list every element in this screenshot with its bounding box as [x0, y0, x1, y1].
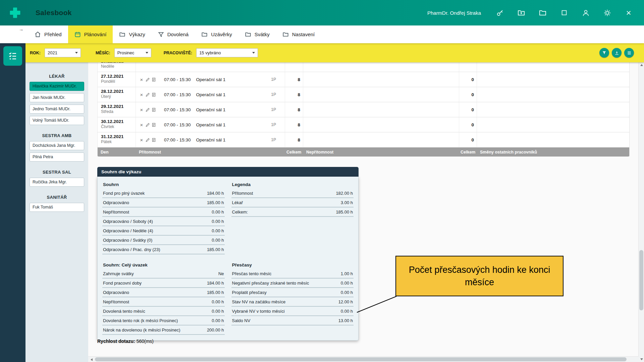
folder-icon[interactable]: [538, 8, 547, 17]
chevron-down-icon: [252, 52, 255, 54]
sidebar-item-person[interactable]: Jan Novák MUDr.: [30, 93, 84, 102]
scroll-left-arrow[interactable]: [89, 357, 94, 362]
horizontal-scroll-thumb[interactable]: [95, 357, 627, 361]
delete-icon[interactable]: ×: [139, 107, 145, 113]
scroll-down-arrow[interactable]: [639, 357, 644, 362]
column-header: Den: [98, 150, 136, 155]
sidebar-item-person[interactable]: Jedno Tomáš MUDr.: [30, 105, 84, 114]
summary-row: Odpracováno185.00 h: [102, 198, 225, 207]
year-label: ROK:: [30, 51, 41, 55]
shift-time: 07:00 - 15:30: [164, 122, 191, 127]
filter-button[interactable]: [599, 48, 609, 58]
year-select[interactable]: 2021: [45, 48, 81, 57]
edit-icon[interactable]: [145, 123, 151, 127]
edit-icon[interactable]: [145, 138, 151, 142]
shift-time: 07:00 - 15:30: [164, 77, 191, 82]
summary-row: Fond pro plný úvazek184.00 h: [102, 189, 225, 198]
shift-list-toggle[interactable]: [3, 46, 22, 66]
download-button[interactable]: [612, 48, 622, 58]
edit-icon[interactable]: [145, 93, 151, 97]
folder-export-icon[interactable]: [517, 8, 526, 17]
edit-icon[interactable]: [145, 77, 151, 82]
summary-row: Přesčas tento měsíc1.00 h: [231, 269, 354, 279]
summary-row: Proplatit přesčasy0.00 h: [231, 288, 354, 297]
row-date: 26.12.2021: [101, 62, 136, 64]
summary-row: Dovolená tento rok (k měsíci Prosinec)0.…: [102, 316, 225, 325]
delete-icon[interactable]: ×: [139, 77, 145, 82]
delete-icon[interactable]: ×: [139, 92, 145, 98]
scroll-up-arrow[interactable]: [639, 62, 644, 68]
vertical-scrollbar[interactable]: [638, 62, 644, 362]
filterbar-buttons: [599, 48, 634, 58]
close-icon[interactable]: ×: [624, 8, 633, 17]
tab-vykazy[interactable]: Výkazy: [113, 25, 151, 43]
user-name: PharmDr. Ondřej Straka: [427, 10, 481, 16]
note-icon[interactable]: [151, 138, 157, 142]
present-total: 8: [285, 87, 303, 102]
folder-icon: [119, 31, 125, 38]
shift-place: Operační sál 1: [196, 107, 226, 112]
section-title: Souhrn: Celý úvazek: [102, 260, 225, 269]
folder-icon: [282, 31, 289, 38]
expand-arrow-icon[interactable]: →: [19, 26, 23, 32]
sidebar-item-person[interactable]: Pilná Petra: [30, 153, 84, 162]
user-icon[interactable]: [581, 8, 590, 17]
section-title: Přesčasy: [231, 260, 354, 269]
note-icon[interactable]: [151, 123, 157, 127]
present-total: 8: [285, 102, 303, 117]
sidebar-item-person[interactable]: Hlavička Kazimír MUDr.: [30, 82, 84, 91]
summary-panel-title: Souhrn dle výkazu: [97, 167, 359, 177]
sidebar-item-person[interactable]: Volný Tomáš MUDr.: [30, 116, 84, 125]
table-row: 29.12.2021 Středa × 07:00 - 15:30 Operač…: [98, 102, 629, 117]
note-icon[interactable]: [151, 77, 157, 82]
month-label: MĚSÍC:: [96, 51, 110, 55]
menu-button[interactable]: [624, 48, 634, 58]
note-icon[interactable]: [151, 93, 157, 97]
sidebar-item-person[interactable]: Docházková Jana Mgr.: [30, 141, 84, 150]
tab-planovani[interactable]: Plánování: [68, 25, 113, 43]
nav-bar: → Přehled Plánování Výkazy Dovolená Uzáv…: [0, 25, 644, 43]
funnel-icon: [158, 32, 164, 38]
absent-total: 0: [459, 102, 477, 117]
summary-row: Vybrané NV v tomto měsíci0.00 h: [231, 307, 354, 316]
schedule-table: 26.12.2021 Neděle 27.12.2021 Pondělí × 0…: [97, 62, 630, 157]
window-icon[interactable]: [559, 8, 569, 17]
tab-prehled[interactable]: Přehled: [28, 25, 68, 43]
settings-icon[interactable]: [602, 8, 612, 17]
summary-prescasy-column: Přesčasy Přesčas tento měsíc1.00 h Negat…: [231, 260, 354, 335]
key-icon[interactable]: [495, 8, 504, 17]
summary-row: Odpracováno / Svátky (0)0.00 h: [102, 236, 225, 245]
column-header: Směny ostatních pracovníků: [477, 150, 629, 155]
month-select[interactable]: Prosinec: [114, 48, 151, 57]
note-icon[interactable]: [151, 108, 157, 112]
tab-uzaverky[interactable]: Uzávěrky: [195, 25, 238, 43]
shift-time: 07:00 - 15:30: [164, 92, 191, 97]
delete-icon[interactable]: ×: [139, 122, 145, 128]
row-day: Středa: [101, 109, 136, 114]
summary-row: Dovolená tento měsíc0.00 h: [102, 307, 225, 316]
group-header: LÉKAŘ: [25, 74, 88, 79]
delete-icon[interactable]: ×: [139, 137, 145, 143]
shift-place: Operační sál 1: [196, 92, 226, 97]
sidebar-item-person[interactable]: Ručička Jirka Mgr.: [30, 178, 84, 187]
row-day: Úterý: [101, 94, 136, 99]
horizontal-scrollbar[interactable]: [88, 356, 639, 362]
sidebar-item-person[interactable]: Fuk Tomáš: [30, 203, 84, 212]
edit-icon[interactable]: [145, 108, 151, 112]
vertical-scroll-thumb[interactable]: [639, 250, 643, 310]
table-row: 30.12.2021 Čtvrtek × 07:00 - 15:30 Opera…: [98, 117, 629, 132]
summary-row: Saldo NV13.00 h: [231, 316, 354, 325]
row-day: Čtvrtek: [101, 124, 136, 129]
present-total: 8: [285, 72, 303, 87]
filter-icon: [602, 51, 606, 55]
row-day: Neděle: [101, 64, 136, 69]
tab-svatky[interactable]: Svátky: [238, 25, 276, 43]
tab-dovolena[interactable]: Dovolená: [152, 25, 195, 43]
people-sidebar: LÉKAŘ Hlavička Kazimír MUDr. Jan Novák M…: [25, 62, 88, 362]
summary-row: Lékař3.00 h: [231, 198, 354, 207]
workplace-select[interactable]: 15 vybráno: [196, 48, 258, 57]
table-row: 31.12.2021 Pátek × 07:00 - 15:30 Operačn…: [98, 132, 629, 147]
tab-nastaveni[interactable]: Nastavení: [276, 25, 321, 43]
tasklist-icon: [8, 51, 18, 61]
summary-row: Odpracováno / Prac. dny (23)185.00 h: [102, 245, 225, 254]
